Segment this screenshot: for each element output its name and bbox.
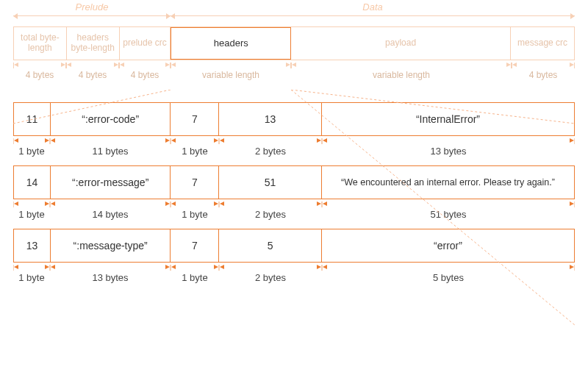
cell-value-length: 5 xyxy=(219,229,322,262)
size-label: 13 bytes xyxy=(92,272,128,283)
field-total-byte-length: total byte-length xyxy=(14,27,67,60)
cell-name: “:error-message” xyxy=(51,166,171,199)
size-label: 2 bytes xyxy=(255,209,286,220)
size-label: 11 bytes xyxy=(92,146,128,157)
cell-value: “We encountered an internal error. Pleas… xyxy=(322,166,574,199)
top-size-row: 4 bytes 4 bytes 4 bytes variable length … xyxy=(13,63,575,76)
cell-type: 7 xyxy=(171,103,219,135)
header-row-2: 14 “:error-message” 7 51 “We encountered… xyxy=(13,165,575,215)
size-label: 2 bytes xyxy=(255,272,286,283)
header-row-1: 11 “:error-code” 7 13 “InternalError” 1 … xyxy=(13,102,575,152)
size-label: 1 byte xyxy=(182,209,207,220)
size-label: variable length xyxy=(373,70,430,80)
size-label: 5 bytes xyxy=(433,272,464,283)
bracket-prelude: Prelude xyxy=(71,1,113,13)
cell-value: “InternalError” xyxy=(322,103,574,135)
header-row-3: 13 “:message-type” 7 5 “error” 1 byte 13… xyxy=(13,229,575,279)
cell-value: “error” xyxy=(322,229,574,262)
size-label: 51 bytes xyxy=(430,209,466,220)
field-headers: headers xyxy=(171,27,291,60)
size-label: 1 byte xyxy=(182,272,207,283)
cell-name-length: 13 xyxy=(14,229,51,262)
size-label: 4 bytes xyxy=(79,70,107,80)
size-label: 4 bytes xyxy=(131,70,159,80)
size-label: 1 byte xyxy=(18,272,44,283)
cell-value-length: 13 xyxy=(219,103,322,135)
cell-name-length: 14 xyxy=(14,166,51,199)
size-label: 2 bytes xyxy=(255,146,286,157)
size-label: 1 byte xyxy=(18,209,44,220)
cell-type: 7 xyxy=(171,229,219,262)
field-headers-byte-length: headers byte-length xyxy=(67,27,120,60)
size-label: 4 bytes xyxy=(529,70,558,80)
size-label: 1 byte xyxy=(18,146,44,157)
cell-type: 7 xyxy=(171,166,219,199)
bracket-data: Data xyxy=(358,1,387,13)
size-label: 4 bytes xyxy=(26,70,54,80)
size-label: 14 bytes xyxy=(92,209,128,220)
cell-name: “:error-code” xyxy=(51,103,171,135)
top-field-row: total byte-length headers byte-length pr… xyxy=(13,26,575,60)
cell-name: “:message-type” xyxy=(51,229,171,262)
size-label: 13 bytes xyxy=(430,146,466,157)
top-bracket-row: Prelude Data xyxy=(13,7,575,24)
cell-value-length: 51 xyxy=(219,166,322,199)
field-payload: payload xyxy=(291,27,511,60)
field-message-crc: message crc xyxy=(511,27,574,60)
field-prelude-crc: prelude crc xyxy=(120,27,171,60)
size-label: variable length xyxy=(202,70,259,80)
cell-name-length: 11 xyxy=(14,103,51,135)
size-label: 1 byte xyxy=(182,146,207,157)
